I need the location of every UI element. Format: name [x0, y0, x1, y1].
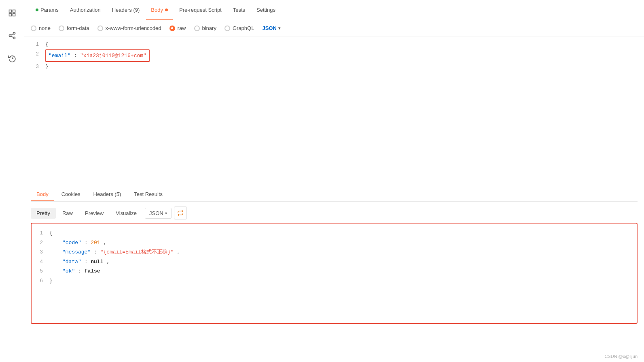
response-section: Body Cookies Headers (5) Test Results Pr… [24, 182, 644, 351]
message-key: "message" [62, 249, 91, 255]
resp-line-5: 5 "ok" : false [35, 266, 633, 276]
fmt-tab-preview[interactable]: Preview [79, 208, 109, 219]
chart-icon[interactable] [6, 6, 19, 19]
body-dot [165, 9, 168, 11]
main-content: Params Authorization Headers (9) Body Pr… [24, 0, 644, 362]
radio-none[interactable]: none [31, 25, 51, 31]
radio-circle-binary [194, 26, 200, 31]
resp-tab-test-results[interactable]: Test Results [128, 187, 168, 201]
radio-graphql[interactable]: GraphQL [225, 25, 254, 31]
ok-value: false [85, 268, 100, 274]
tab-tests[interactable]: Tests [228, 0, 250, 20]
tab-settings[interactable]: Settings [252, 0, 280, 20]
radio-circle-form-data [59, 26, 64, 31]
fmt-tab-pretty[interactable]: Pretty [31, 208, 56, 219]
share-icon[interactable] [6, 29, 19, 42]
tab-headers[interactable]: Headers (9) [107, 0, 145, 20]
resp-line-2: 2 "code" : 201 , [35, 238, 633, 248]
response-json-selector[interactable]: JSON ▾ [145, 208, 172, 219]
resp-line-4: 4 "data" : null , [35, 257, 633, 267]
code-line-3: 3 } [31, 62, 638, 72]
resp-line-3: 3 "message" : "{email=Email格式不正确}" , [35, 247, 633, 257]
resp-line-6: 6 } [35, 276, 633, 286]
data-value: null [91, 259, 103, 265]
tab-body[interactable]: Body [146, 0, 173, 20]
wrap-button[interactable] [174, 207, 187, 219]
response-json-chevron-icon: ▾ [165, 211, 167, 215]
tab-authorization[interactable]: Authorization [65, 0, 106, 20]
radio-binary[interactable]: binary [194, 25, 216, 31]
svg-rect-3 [13, 14, 15, 16]
resp-tab-cookies[interactable]: Cookies [56, 187, 86, 201]
radio-circle-raw [169, 26, 175, 31]
request-body-area[interactable]: 1 { 2 "email" : "xia23j0110@1216+com" 3 … [24, 36, 644, 182]
history-icon[interactable] [6, 52, 19, 65]
svg-point-5 [9, 35, 11, 37]
svg-rect-0 [9, 10, 11, 13]
request-code: 1 { 2 "email" : "xia23j0110@1216+com" 3 … [31, 40, 638, 72]
response-code: 1 { 2 "code" : 201 , 3 "message" [35, 228, 633, 286]
radio-circle-urlencoded [97, 26, 103, 31]
fmt-tab-visualize[interactable]: Visualize [110, 208, 142, 219]
svg-rect-2 [9, 14, 11, 16]
email-value: "xia23j0110@1216+com" [80, 53, 146, 59]
tab-prerequest[interactable]: Pre-request Script [174, 0, 227, 20]
radio-raw[interactable]: raw [169, 25, 186, 31]
code-line-2: 2 "email" : "xia23j0110@1216+com" [31, 49, 638, 62]
format-bar: Pretty Raw Preview Visualize JSON ▾ [31, 207, 638, 219]
sidebar [0, 0, 24, 362]
code-value: 201 [91, 240, 100, 246]
ok-key: "ok" [62, 268, 75, 274]
svg-rect-1 [13, 10, 15, 13]
tab-params[interactable]: Params [31, 0, 64, 20]
svg-point-6 [13, 37, 15, 39]
params-dot [36, 9, 38, 11]
json-type-selector[interactable]: JSON ▾ [262, 25, 280, 31]
svg-line-7 [11, 36, 13, 37]
svg-line-8 [11, 34, 13, 35]
message-value: "{email=Email格式不正确}" [100, 249, 174, 255]
json-chevron-icon: ▾ [278, 26, 280, 30]
footer: CSDN @x@lijun [24, 351, 644, 362]
resp-tab-headers[interactable]: Headers (5) [88, 187, 127, 201]
response-body-area: 1 { 2 "code" : 201 , 3 "message" [31, 223, 638, 324]
radio-circle-none [31, 26, 36, 31]
resp-tab-body[interactable]: Body [31, 187, 54, 201]
svg-point-4 [13, 32, 15, 34]
email-key: "email" [49, 53, 71, 59]
request-tab-bar: Params Authorization Headers (9) Body Pr… [24, 0, 644, 20]
email-field-highlight: "email" : "xia23j0110@1216+com" [45, 49, 150, 62]
resp-line-1: 1 { [35, 228, 633, 238]
code-line-1: 1 { [31, 40, 638, 49]
radio-circle-graphql [225, 26, 230, 31]
data-key: "data" [62, 259, 81, 265]
fmt-tab-raw[interactable]: Raw [57, 208, 78, 219]
code-key: "code" [62, 240, 81, 246]
radio-form-data[interactable]: form-data [59, 25, 89, 31]
body-type-bar: none form-data x-www-form-urlencoded raw… [24, 20, 644, 36]
response-tab-bar: Body Cookies Headers (5) Test Results [31, 187, 638, 202]
radio-urlencoded[interactable]: x-www-form-urlencoded [97, 25, 161, 31]
